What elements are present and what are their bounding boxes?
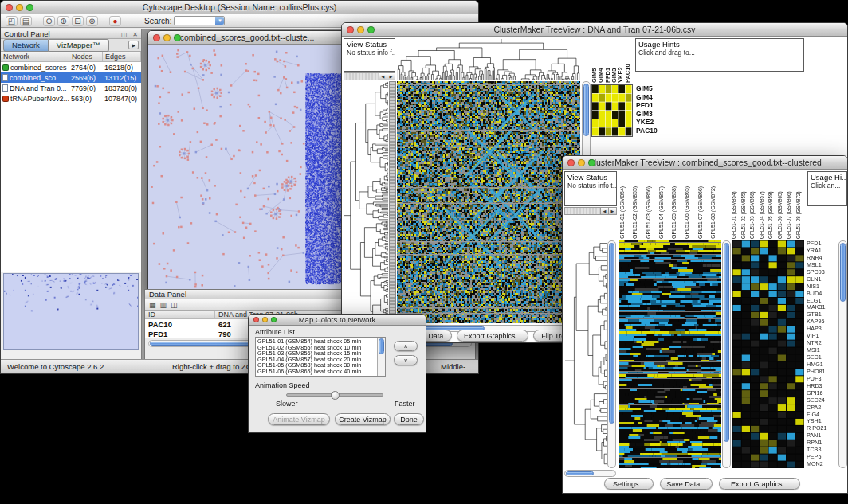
scrollbar-thumb[interactable] bbox=[840, 243, 846, 302]
scrollbar-thumb[interactable] bbox=[583, 84, 589, 136]
scroll-right-icon[interactable]: ▶ bbox=[608, 208, 616, 214]
minimize-button[interactable] bbox=[357, 26, 364, 33]
slider-thumb[interactable] bbox=[331, 391, 340, 400]
treeview-dna-titlebar[interactable]: ClusterMaker TreeView : DNA and Tran 07-… bbox=[342, 23, 847, 37]
network-window-titlebar[interactable]: combined_scores_good.txt--cluste... bbox=[148, 31, 346, 45]
gene-label[interactable]: PAC10 bbox=[636, 127, 671, 135]
scrollbar-thumb[interactable] bbox=[724, 243, 729, 442]
gene-label[interactable]: PFD1 bbox=[636, 101, 671, 110]
treeview-combined-titlebar[interactable]: ClusterMaker TreeView : combined_scores_… bbox=[563, 156, 847, 170]
dendrogram-hscrollbar[interactable] bbox=[564, 470, 616, 477]
column-label[interactable]: GPL51-03 (GSM856) bbox=[646, 171, 658, 239]
heatmap-canvas[interactable] bbox=[397, 81, 580, 323]
maximize-button[interactable] bbox=[271, 317, 277, 322]
gene-label[interactable]: GIM5 bbox=[636, 84, 671, 93]
column-label[interactable]: GPL51-06 (GSM865) bbox=[684, 171, 697, 239]
scrollbar-thumb[interactable] bbox=[379, 338, 384, 354]
scroll-left-icon[interactable]: ◀ bbox=[600, 208, 608, 214]
column-header-network[interactable]: Network bbox=[1, 52, 69, 61]
attribute-option[interactable]: GPL51-07 (GSM866) heat shock 60 min bbox=[257, 375, 376, 376]
scroll-right-icon[interactable]: ▶ bbox=[387, 73, 395, 80]
select-columns-icon[interactable]: ▥ bbox=[160, 301, 167, 309]
main-titlebar[interactable]: Cytoscape Desktop (Session Name: collins… bbox=[1, 1, 478, 14]
scrollbar-thumb[interactable] bbox=[566, 471, 594, 475]
column-label[interactable]: GPL51-04 (GSM857) bbox=[658, 171, 671, 239]
column-label[interactable]: GPL51-07 (GSM866) bbox=[787, 171, 796, 239]
save-icon[interactable]: ▤ bbox=[20, 16, 32, 26]
search-input[interactable]: ▾ bbox=[174, 16, 225, 25]
zoom-in-icon[interactable]: ⊕ bbox=[57, 16, 69, 26]
column-label[interactable]: GPL51-01 (GSM854) bbox=[619, 171, 632, 239]
maximize-button[interactable] bbox=[367, 26, 375, 33]
table-row[interactable]: DNA and Tran 0... 7769(0) 183728(0) bbox=[1, 83, 141, 93]
close-panel-icon[interactable]: ✕ bbox=[132, 31, 138, 38]
zoom-fit-icon[interactable]: ⊡ bbox=[72, 16, 84, 26]
close-button[interactable] bbox=[253, 317, 259, 322]
heatmap-vscrollbar[interactable] bbox=[722, 240, 731, 468]
maximize-button[interactable] bbox=[174, 34, 181, 41]
gene-label[interactable]: GIM4 bbox=[636, 93, 671, 102]
tab-overflow-icon[interactable]: ▶ bbox=[128, 41, 139, 49]
column-header-edges[interactable]: Edges bbox=[103, 52, 141, 61]
gene-label[interactable]: GIM3 bbox=[636, 110, 671, 119]
scrollbar-track[interactable] bbox=[565, 208, 600, 214]
column-label[interactable]: PFD1 bbox=[605, 38, 611, 83]
open-folder-icon[interactable]: ◰ bbox=[6, 16, 18, 26]
minimize-button[interactable] bbox=[163, 34, 171, 41]
annotation-icon[interactable]: ● bbox=[109, 16, 121, 26]
attribute-option[interactable]: GPL51-04 (GSM857) heat shock 20 min bbox=[257, 357, 376, 363]
column-label[interactable]: GPL51-08 (GSM872) bbox=[796, 171, 806, 239]
close-button[interactable] bbox=[567, 159, 575, 166]
column-label[interactable]: GPL51-08 (GSM872) bbox=[710, 171, 723, 239]
settings-button[interactable]: Settings... bbox=[604, 478, 654, 490]
heatmap-canvas[interactable] bbox=[619, 240, 721, 468]
attribute-option[interactable]: GPL51-02 (GSM855) heat shock 10 min bbox=[257, 345, 376, 351]
scrollbar-thumb[interactable] bbox=[609, 243, 614, 424]
column-label[interactable]: GIM4 bbox=[598, 38, 604, 83]
column-label[interactable]: GPL51-02 (GSM855) bbox=[632, 171, 645, 239]
attribute-option[interactable]: GPL51-01 (GSM854) heat shock 05 min bbox=[257, 338, 376, 345]
attribute-option[interactable]: GPL51-03 (GSM856) heat shock 15 min bbox=[257, 350, 376, 357]
list-vscrollbar[interactable] bbox=[377, 338, 385, 376]
done-button[interactable]: Done bbox=[394, 413, 424, 425]
animation-speed-slider[interactable] bbox=[286, 393, 383, 397]
attribute-option[interactable]: GPL51-06 (GSM865) heat shock 40 min bbox=[257, 369, 376, 375]
status-hscrollbar[interactable]: ◀ ▶ bbox=[564, 207, 617, 215]
row-dendrogram[interactable] bbox=[344, 81, 388, 323]
table-row-selected[interactable]: combined_sco... 2569(6) 13112(15) bbox=[1, 72, 141, 83]
tab-vizmapper[interactable]: VizMapper™ bbox=[49, 39, 109, 52]
minimize-button[interactable] bbox=[578, 159, 585, 166]
subheatmap-canvas[interactable] bbox=[732, 240, 804, 468]
gene-list-vscrollbar[interactable] bbox=[838, 240, 847, 468]
correlation-matrix-canvas[interactable] bbox=[591, 84, 633, 137]
dialog-titlebar[interactable]: Map Colors to Network bbox=[249, 315, 426, 326]
chevron-down-icon[interactable]: ▾ bbox=[215, 17, 224, 25]
row-dendrogram[interactable] bbox=[564, 240, 607, 468]
column-label[interactable]: GPL51-01 (GSM854) bbox=[732, 171, 741, 239]
maximize-button[interactable] bbox=[26, 4, 33, 11]
maximize-button[interactable] bbox=[588, 159, 595, 166]
minimize-button[interactable] bbox=[16, 4, 23, 11]
close-button[interactable] bbox=[347, 26, 354, 33]
column-label[interactable]: YKE2 bbox=[618, 38, 624, 83]
status-hscrollbar[interactable]: ◀ ▶ bbox=[344, 72, 395, 80]
move-down-button[interactable]: ∨ bbox=[394, 355, 418, 365]
create-vizmap-button[interactable]: Create Vizmap bbox=[335, 413, 391, 425]
table-icon[interactable]: ▦ bbox=[149, 301, 156, 309]
dendrogram-scrollbar[interactable] bbox=[389, 81, 396, 323]
float-panel-icon[interactable]: ◫ bbox=[121, 31, 128, 38]
column-label[interactable]: GPL51-05 (GSM858) bbox=[671, 171, 684, 239]
column-label[interactable]: GPL51-02 (GSM855) bbox=[741, 171, 751, 239]
save-data-button[interactable]: Save Data... bbox=[660, 478, 713, 490]
network-canvas[interactable] bbox=[148, 45, 346, 291]
zoom-out-icon[interactable]: ⊖ bbox=[43, 16, 55, 26]
table-row[interactable]: tRNAPuberNov2... 563(0) 107847(0) bbox=[1, 93, 141, 104]
column-label[interactable]: GPL51-07 (GSM866) bbox=[697, 171, 710, 239]
minimize-button[interactable] bbox=[262, 317, 268, 322]
column-label[interactable]: GPL51-04 (GSM857) bbox=[760, 171, 769, 239]
column-label[interactable]: GPL51-05 (GSM858) bbox=[768, 171, 778, 239]
tab-network[interactable]: Network bbox=[3, 39, 49, 52]
close-button[interactable] bbox=[153, 34, 160, 41]
close-button[interactable] bbox=[6, 4, 13, 11]
column-header-nodes[interactable]: Nodes bbox=[69, 52, 103, 61]
